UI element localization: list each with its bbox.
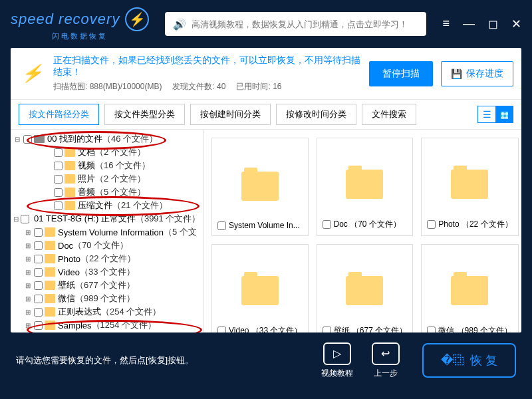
view-grid-button[interactable]: ▦ (495, 106, 513, 122)
tree-label[interactable]: 壁纸 (58, 279, 75, 291)
tree-row[interactable]: 文档（2 个文件） (11, 146, 203, 159)
speaker-icon: 🔊 (173, 18, 186, 31)
tree-checkbox[interactable] (34, 241, 43, 250)
tree-toggle[interactable]: ⊞ (24, 255, 32, 263)
tree-row[interactable]: ⊞Doc（70 个文件） (11, 239, 203, 252)
tree-toggle[interactable]: ⊟ (13, 136, 21, 143)
tree-label[interactable]: Photo (58, 254, 80, 264)
tree-count: （677 个文件） (75, 279, 135, 291)
folder-icon (65, 188, 75, 197)
grid-checkbox[interactable] (427, 220, 436, 229)
tree-row[interactable]: ⊞Video（33 个文件） (11, 265, 203, 279)
tree-checkbox[interactable] (54, 175, 63, 184)
tree-checkbox[interactable] (54, 148, 63, 157)
grid-item[interactable]: System Volume In... (211, 138, 309, 236)
grid-item[interactable]: 壁纸 （677 个文件） (317, 244, 414, 332)
recover-icon: �⿻ (441, 353, 465, 368)
tree-row[interactable]: 视频（16 个文件） (11, 159, 203, 172)
footer-hint: 请勾选您需要恢复的文件，然后点[恢复]按钮。 (16, 354, 312, 366)
tree-row[interactable]: 照片（2 个文件） (11, 172, 203, 186)
tree-toggle[interactable]: ⊞ (24, 242, 32, 249)
recover-button[interactable]: �⿻ 恢 复 (422, 343, 516, 378)
grid-checkbox[interactable] (217, 327, 226, 332)
tutorial-text[interactable] (192, 19, 418, 29)
tree-label[interactable]: 00 找到的文件 (47, 133, 102, 145)
pause-scan-button[interactable]: 暂停扫描 (369, 61, 433, 86)
tree-row[interactable]: ⊞正则表达式（254 个文件） (11, 305, 203, 319)
grid-checkbox[interactable] (217, 221, 226, 230)
tree-checkbox[interactable] (34, 295, 43, 303)
tree-toggle[interactable]: ⊞ (24, 269, 32, 276)
grid-checkbox[interactable] (427, 327, 436, 332)
tree-checkbox[interactable] (21, 215, 29, 223)
tree-label[interactable]: Video (58, 267, 80, 277)
save-icon: 💾 (451, 68, 462, 79)
grid-item[interactable]: Video （33 个文件） (211, 244, 309, 332)
tree-toggle[interactable]: ⊞ (24, 309, 32, 316)
tree-label[interactable]: Samples (58, 321, 92, 331)
tree-row[interactable]: ⊟01 TEST-8G (H:) 正常文件（3991 个文件） (11, 212, 203, 225)
minimize-icon[interactable]: — (463, 17, 475, 31)
tree-checkbox[interactable] (54, 188, 63, 197)
tree-checkbox[interactable] (34, 308, 43, 317)
maximize-icon[interactable]: ◻ (488, 17, 498, 31)
tree-row[interactable]: 音频（5 个文件） (11, 186, 203, 199)
tree-count: （70 个文件） (73, 239, 128, 251)
tree-row[interactable]: ⊞Book（429 个文件） (11, 332, 203, 332)
grid-label: 壁纸 （677 个文件） (334, 325, 408, 332)
tree-label[interactable]: 正则表达式 (58, 306, 101, 318)
view-list-button[interactable]: ☰ (478, 106, 495, 122)
tree-row[interactable]: 压缩文件（21 个文件） (11, 199, 203, 212)
tree-label[interactable]: 视频 (78, 160, 95, 172)
folder-icon (346, 170, 383, 199)
tree-checkbox[interactable] (54, 201, 63, 210)
tree-row[interactable]: ⊞壁纸（677 个文件） (11, 279, 203, 292)
save-progress-button[interactable]: 💾 保存进度 (441, 61, 513, 86)
back-button[interactable]: ↩ 上一步 (372, 342, 400, 379)
tree-label[interactable]: 压缩文件 (78, 200, 112, 211)
grid-item[interactable]: 微信 （989 个文件） (421, 244, 518, 332)
tree-checkbox[interactable] (34, 228, 43, 237)
tree-toggle[interactable]: ⊞ (24, 322, 32, 329)
tree-checkbox[interactable] (34, 255, 43, 263)
tree-checkbox[interactable] (23, 135, 32, 144)
tree-toggle[interactable]: ⊞ (24, 295, 32, 303)
tree-toggle[interactable]: ⊞ (24, 282, 32, 289)
grid-item[interactable]: Photo （22 个文件） (421, 138, 518, 236)
tree-toggle[interactable]: ⊟ (13, 215, 19, 223)
video-tutorial-button[interactable]: ▷ 视频教程 (321, 342, 353, 379)
tab-by-modified[interactable]: 按修改时间分类 (276, 104, 356, 125)
file-tree[interactable]: ⊟00 找到的文件（46 个文件）文档（2 个文件）视频（16 个文件）照片（2… (11, 130, 203, 332)
tree-checkbox[interactable] (54, 162, 63, 170)
tree-label[interactable]: System Volume Information (58, 227, 164, 237)
menu-icon[interactable]: ≡ (442, 17, 450, 31)
tab-by-created[interactable]: 按创建时间分类 (190, 104, 271, 125)
tab-by-path[interactable]: 按文件路径分类 (19, 104, 99, 125)
tree-label[interactable]: 文档 (78, 146, 95, 158)
tree-label[interactable]: Doc (58, 241, 73, 251)
tree-label[interactable]: 01 TEST-8G (H:) 正常文件 (34, 213, 136, 225)
tree-row[interactable]: ⊞System Volume Information（5 个文 (11, 225, 203, 239)
tree-toggle[interactable]: ⊞ (24, 229, 32, 236)
tree-label[interactable]: 微信 (58, 293, 75, 305)
folder-icon (241, 276, 279, 305)
tab-by-type[interactable]: 按文件类型分类 (104, 104, 185, 125)
tree-row[interactable]: ⊞Photo（22 个文件） (11, 252, 203, 265)
tree-label[interactable]: 音频 (78, 186, 95, 198)
grid-label: 微信 （989 个文件） (438, 325, 512, 332)
grid-item[interactable]: Doc （70 个文件） (317, 138, 414, 236)
tree-row[interactable]: ⊞Samples（1254 个文件） (11, 319, 203, 332)
grid-checkbox[interactable] (323, 327, 331, 332)
tree-checkbox[interactable] (34, 281, 43, 290)
close-icon[interactable]: ✕ (511, 17, 521, 31)
tab-search[interactable]: 文件搜索 (362, 104, 416, 125)
tutorial-banner[interactable]: 🔊 (165, 12, 426, 36)
grid-label: Photo （22 个文件） (438, 219, 512, 230)
folder-icon (451, 276, 488, 305)
tree-row[interactable]: ⊞微信（989 个文件） (11, 292, 203, 305)
tree-checkbox[interactable] (34, 321, 43, 330)
tree-label[interactable]: 照片 (78, 173, 95, 185)
tree-checkbox[interactable] (34, 268, 43, 277)
tree-row[interactable]: ⊟00 找到的文件（46 个文件） (11, 132, 203, 146)
grid-checkbox[interactable] (323, 220, 331, 229)
